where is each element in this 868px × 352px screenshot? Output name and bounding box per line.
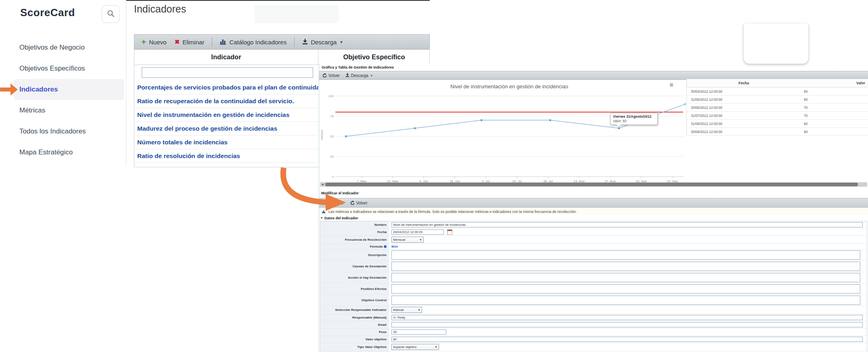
form-row-objetivo-control: Objetivo Control [320, 295, 867, 306]
responsable-manual--input[interactable]: O. Reilly [391, 315, 863, 320]
fecha-column-header: Fecha [687, 79, 801, 87]
values-table-row[interactable]: 30/09/2012 12:00:0090 [687, 128, 868, 136]
frecuencia-de-recolecci-n-select[interactable]: Mensual▼ [391, 237, 424, 243]
valor-cell: 60 [804, 122, 807, 126]
valor-cell: 50 [804, 90, 807, 94]
form-row-nombre: NombreNivel de instrumentación en gestió… [320, 221, 867, 229]
field-label: Frecuencia de Recolección [345, 238, 387, 242]
field-label: Causas de Desviación [353, 265, 387, 268]
eliminar-button[interactable]: ✖ Eliminar [173, 37, 207, 47]
form-row-selecci-n-responsable-indicador: Selección Responsable IndicadorManual▼ [320, 306, 867, 314]
valor-column-header: Valor [801, 79, 865, 87]
indicator-link-row[interactable]: Porcentajes de servicios probados para e… [134, 81, 318, 94]
svg-text:50: 50 [330, 135, 334, 138]
form-row-frecuencia-de-recolecci-n: Frecuencia de RecolecciónMensual▼ [320, 236, 867, 244]
form-row-tipo-valor-objetivo: Tipo Valor ObjetivoSuperar objetivo▼ [320, 343, 867, 351]
fecha-input[interactable]: 26/04/2012 12:00:00 [391, 229, 444, 235]
field-label: Nombre [374, 223, 387, 227]
save-icon [323, 200, 327, 205]
catalogo-label: Catálogo Indicadores [229, 39, 287, 46]
info-message-text: Las métricas e indicadores se relacionan… [328, 210, 577, 214]
sidebar-item-objetivos-de-negocio[interactable]: Objetivos de Negocio [12, 37, 126, 58]
form-row-peso: Peso45 [320, 329, 867, 336]
sidebar-item-mapa-estrat-gico[interactable]: Mapa Estratégico [12, 142, 126, 163]
indicator-form: NombreNivel de instrumentación en gestió… [320, 221, 867, 352]
sidebar-item-todos-los-indicadores[interactable]: Todos los Indicadores [12, 121, 126, 142]
fecha-cell: 31/07/2012 12:00:00 [691, 114, 722, 118]
page-title: Indicadores [134, 3, 186, 15]
svg-text:100: 100 [328, 94, 334, 98]
datos-del-indicador-header[interactable]: ▾ Datos del Indicador [319, 215, 868, 221]
values-table-row[interactable]: 31/07/2012 12:00:0070 [687, 112, 868, 120]
sidebar-item-objetivos-espec-ficos[interactable]: Objetivos Específicos [12, 58, 126, 79]
sidebar-item-indicadores[interactable]: Indicadores [14, 79, 124, 100]
indicator-link-row[interactable]: Ratio de recuperación de la continuidad … [134, 94, 318, 108]
catalogo-indicadores-button[interactable]: Catálogo Indicadores [218, 37, 289, 47]
filter-row [134, 65, 326, 81]
indicator-link-row[interactable]: Nivel de instrumentación en gestión de i… [134, 108, 318, 122]
form-row-acci-n-si-hay-desviaci-n: Acción si hay Desviación [320, 272, 867, 283]
chart-horizontal-scrollbar[interactable]: ◄ [320, 182, 867, 187]
valor-cell: 70 [804, 106, 807, 110]
causas-de-desviaci-n-textarea[interactable] [391, 262, 860, 271]
info-message-bar: Las métricas e indicadores se relacionan… [319, 208, 868, 215]
email-input[interactable] [391, 322, 863, 327]
modify-volver-button[interactable]: Volver [350, 200, 368, 206]
toolbar-separator [212, 37, 212, 47]
sidebar: ScoreCard Objetivos de NegocioObjetivos … [12, 0, 126, 169]
values-table-row[interactable]: 31/05/2012 12:00:0060 [687, 96, 868, 104]
field-label: Acción si hay Desviación [348, 276, 387, 279]
selecci-n-responsable-indicador-select[interactable]: Manual▼ [391, 307, 422, 313]
tooltip-date: Viernes 31/Agosto/2012 [613, 115, 655, 119]
info-icon [384, 245, 387, 248]
calendar-icon[interactable] [447, 229, 452, 235]
field-label: Posibles Efectos [361, 287, 387, 291]
nuevo-button[interactable]: + Nuevo [139, 37, 169, 47]
values-table-row[interactable]: 30/06/2012 12:00:0070 [687, 104, 868, 112]
tipo-valor-objetivo-select[interactable]: Superar objetivo▼ [391, 344, 439, 350]
descripci-n-textarea[interactable] [391, 250, 860, 260]
floating-element-artifact [744, 23, 808, 64]
modify-volver-label: Volver [356, 201, 368, 205]
detail-overlay-panel: Gráfica y Tabla de Gestión de Indicadore… [319, 63, 868, 352]
acci-n-si-hay-desviaci-n-textarea[interactable] [391, 273, 860, 282]
nombre-input[interactable]: Nivel de instrumentación en gestión de i… [391, 222, 863, 227]
chart-descarga-button[interactable]: Descarga ▾ [345, 73, 372, 78]
form-row-fecha: Fecha26/04/2012 12:00:00 [320, 229, 867, 236]
eliminar-label: Eliminar [182, 39, 204, 46]
posibles-efectos-textarea[interactable] [391, 284, 860, 294]
objetivo-control-textarea[interactable] [391, 296, 860, 305]
column-header-indicador: Indicador [134, 50, 318, 65]
guardar-button[interactable]: Guardar [323, 200, 344, 205]
indicador-filter-input[interactable] [142, 67, 313, 78]
valor-cell: 70 [804, 114, 807, 118]
field-label: Responsable (Manual) [352, 316, 387, 319]
fecha-cell: 31/08/2012 12:00:00 [691, 122, 722, 126]
search-button[interactable] [102, 5, 119, 23]
values-table-row[interactable]: 31/08/2012 12:00:0060 [687, 120, 868, 128]
chart-descarga-label: Descarga [351, 73, 368, 78]
form-row-causas-de-desviaci-n: Causas de Desviación [320, 261, 867, 272]
scroll-left-arrow-icon[interactable]: ◄ [321, 183, 324, 186]
bar-chart-icon [220, 38, 226, 46]
indicator-link-row[interactable]: Número totales de incidencias [134, 135, 318, 149]
descarga-button[interactable]: Descarga ▾ [300, 37, 345, 47]
scrollbar-thumb[interactable] [325, 183, 858, 186]
guardar-label: Guardar [329, 201, 344, 205]
form-row-valor-objetivo: Valor objetivo80 [320, 336, 867, 343]
undo-icon [350, 200, 355, 206]
indicator-link-row[interactable]: Ratio de resolución de incidencias [134, 149, 318, 163]
field-label: Email [378, 323, 387, 327]
form-row-f-rmula: FórmulaM14 [320, 244, 867, 250]
form-row-posibles-efectos: Posibles Efectos [320, 283, 867, 295]
volver-button[interactable]: Volver [322, 73, 340, 78]
app-title: ScoreCard [20, 6, 75, 19]
values-table-row[interactable]: 30/04/2012 12:00:0050 [687, 87, 868, 96]
valor-objetivo-input[interactable]: 80 [391, 337, 863, 342]
chart-toolbar: Volver Descarga ▾ [319, 71, 868, 80]
formula-link[interactable]: M14 [391, 245, 398, 248]
app-window: ScoreCard Objetivos de NegocioObjetivos … [0, 0, 868, 352]
indicator-link-row[interactable]: Madurez del proceso de gestión de incide… [134, 122, 318, 135]
sidebar-item-m-tricas[interactable]: Métricas [12, 100, 126, 121]
peso-input[interactable]: 45 [391, 329, 446, 335]
